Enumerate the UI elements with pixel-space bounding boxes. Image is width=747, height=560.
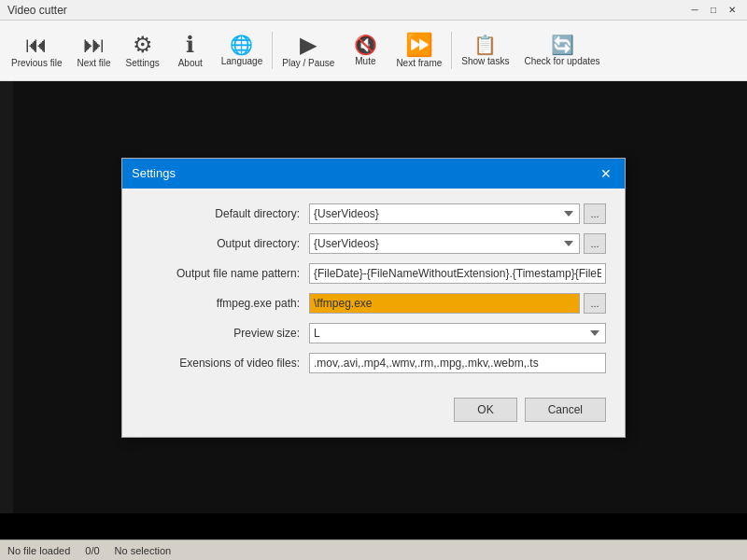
ffmpeg-path-row: ffmpeg.exe path: ... bbox=[141, 293, 606, 314]
frame-info: 0/0 bbox=[85, 545, 99, 556]
default-directory-select[interactable]: {UserVideos} bbox=[309, 203, 580, 224]
video-extensions-input[interactable] bbox=[309, 353, 606, 373]
toolbar-next-file[interactable]: ⏭ Next file bbox=[69, 30, 118, 72]
check-updates-label: Check for updates bbox=[524, 56, 599, 66]
output-directory-control: {UserVideos} ... bbox=[309, 233, 606, 254]
ffmpeg-path-label: ffmpeg.exe path: bbox=[141, 297, 309, 310]
preview-size-label: Preview size: bbox=[141, 327, 309, 340]
preview-size-control: S M L XL bbox=[309, 323, 606, 343]
toolbar-check-updates[interactable]: 🔄 Check for updates bbox=[516, 32, 607, 70]
close-button[interactable]: ✕ bbox=[725, 3, 740, 18]
dialog-title-bar: Settings ✕ bbox=[122, 159, 625, 189]
mute-icon: 🔇 bbox=[354, 35, 377, 54]
toolbar-mute[interactable]: 🔇 Mute bbox=[342, 32, 388, 70]
output-filename-pattern-row: Output file name pattern: bbox=[141, 263, 606, 284]
app-title: Video cutter bbox=[7, 4, 67, 17]
modal-overlay: Settings ✕ Default directory: {UserVideo… bbox=[0, 81, 747, 513]
output-filename-pattern-control bbox=[309, 263, 606, 284]
language-label: Language bbox=[221, 56, 263, 66]
show-tasks-label: Show tasks bbox=[461, 56, 509, 66]
ffmpeg-path-input[interactable] bbox=[309, 293, 580, 314]
about-label: About bbox=[178, 58, 203, 68]
show-tasks-icon: 📋 bbox=[473, 35, 497, 54]
default-directory-label: Default directory: bbox=[141, 207, 309, 220]
default-directory-control: {UserVideos} ... bbox=[309, 203, 606, 224]
previous-file-icon: ⏮ bbox=[25, 34, 48, 56]
window-controls: ─ □ ✕ bbox=[687, 3, 740, 18]
toolbar-separator bbox=[272, 32, 273, 69]
default-directory-browse-button[interactable]: ... bbox=[584, 203, 606, 224]
dialog-footer: OK Cancel bbox=[122, 383, 625, 422]
language-icon: 🌐 bbox=[230, 35, 253, 54]
output-filename-pattern-label: Output file name pattern: bbox=[141, 267, 309, 280]
preview-size-select[interactable]: S M L XL bbox=[309, 323, 606, 343]
settings-icon: ⚙ bbox=[133, 34, 153, 56]
dialog-close-button[interactable]: ✕ bbox=[597, 164, 615, 183]
about-icon: ℹ bbox=[186, 34, 194, 56]
toolbar-separator-2 bbox=[451, 32, 452, 69]
play-pause-label: Play / Pause bbox=[282, 58, 334, 68]
output-directory-row: Output directory: {UserVideos} ... bbox=[141, 233, 606, 254]
play-pause-icon: ▶ bbox=[300, 34, 317, 56]
selection-info: No selection bbox=[115, 545, 172, 556]
check-updates-icon: 🔄 bbox=[551, 35, 574, 54]
maximize-button[interactable]: □ bbox=[706, 3, 721, 18]
output-directory-select[interactable]: {UserVideos} bbox=[309, 233, 580, 254]
toolbar-about[interactable]: ℹ About bbox=[167, 30, 214, 72]
ffmpeg-path-browse-button[interactable]: ... bbox=[584, 293, 606, 314]
file-status: No file loaded bbox=[7, 545, 70, 556]
mute-label: Mute bbox=[355, 56, 375, 66]
title-bar: Video cutter ─ □ ✕ bbox=[0, 0, 747, 21]
toolbar-settings[interactable]: ⚙ Settings bbox=[119, 30, 167, 72]
toolbar-show-tasks[interactable]: 📋 Show tasks bbox=[454, 32, 516, 70]
minimize-button[interactable]: ─ bbox=[687, 3, 702, 18]
cancel-button[interactable]: Cancel bbox=[525, 398, 606, 422]
next-file-icon: ⏭ bbox=[83, 34, 106, 56]
video-extensions-row: Exensions of video files: bbox=[141, 353, 606, 373]
dialog-title: Settings bbox=[132, 166, 176, 180]
previous-file-label: Previous file bbox=[11, 58, 62, 68]
ok-button[interactable]: OK bbox=[454, 398, 516, 422]
toolbar-next-frame[interactable]: ⏩ Next frame bbox=[388, 30, 449, 72]
next-frame-icon: ⏩ bbox=[405, 34, 433, 56]
dialog-body: Default directory: {UserVideos} ... Outp… bbox=[122, 203, 625, 373]
next-file-label: Next file bbox=[77, 58, 110, 68]
output-directory-label: Output directory: bbox=[141, 237, 309, 250]
video-extensions-label: Exensions of video files: bbox=[141, 357, 309, 370]
video-extensions-control bbox=[309, 353, 606, 373]
settings-dialog: Settings ✕ Default directory: {UserVideo… bbox=[121, 158, 626, 438]
main-video-area: Settings ✕ Default directory: {UserVideo… bbox=[0, 81, 747, 513]
toolbar-language[interactable]: 🌐 Language bbox=[214, 32, 271, 70]
output-directory-browse-button[interactable]: ... bbox=[584, 233, 606, 254]
settings-label: Settings bbox=[126, 58, 160, 68]
default-directory-row: Default directory: {UserVideos} ... bbox=[141, 203, 606, 224]
next-frame-label: Next frame bbox=[396, 58, 442, 68]
toolbar: ⏮ Previous file ⏭ Next file ⚙ Settings ℹ… bbox=[0, 21, 747, 81]
preview-size-row: Preview size: S M L XL bbox=[141, 323, 606, 343]
status-bar: No file loaded 0/0 No selection bbox=[0, 539, 747, 560]
output-filename-pattern-input[interactable] bbox=[309, 263, 606, 284]
toolbar-previous-file[interactable]: ⏮ Previous file bbox=[4, 30, 69, 72]
ffmpeg-path-control: ... bbox=[309, 293, 606, 314]
toolbar-play-pause[interactable]: ▶ Play / Pause bbox=[275, 30, 342, 72]
